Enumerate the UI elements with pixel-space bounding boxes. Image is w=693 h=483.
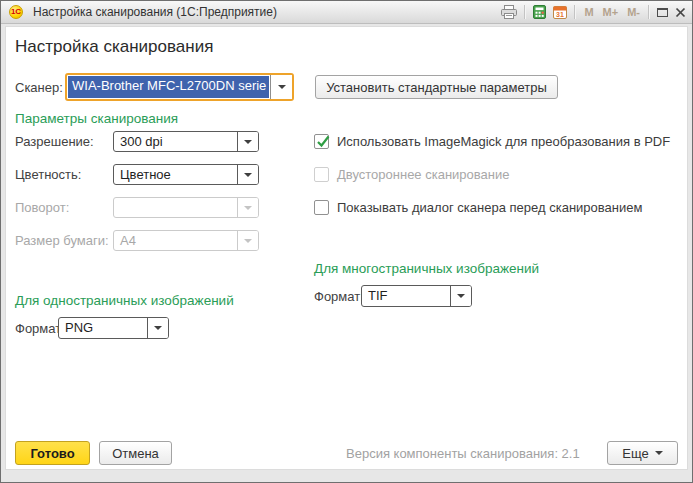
scan-params-header: Параметры сканирования	[15, 111, 178, 126]
checkbox-unchecked-icon[interactable]	[314, 200, 329, 215]
component-version-text: Версия компоненты сканирования: 2.1	[346, 446, 580, 461]
calendar-icon[interactable]: 31	[553, 5, 567, 19]
more-button[interactable]: Еще	[607, 441, 678, 465]
single-page-format-combobox[interactable]: PNG	[58, 317, 169, 339]
rotation-combobox	[113, 197, 259, 218]
memory-m-plus-button[interactable]: M+	[602, 6, 620, 18]
maximize-icon[interactable]	[657, 7, 668, 17]
calculator-icon[interactable]	[533, 5, 546, 19]
multi-page-header: Для многостраничных изображений	[314, 261, 539, 276]
color-mode-value[interactable]: Цветное	[114, 165, 237, 184]
scanner-label: Сканер:	[15, 80, 63, 95]
paper-size-value: A4	[114, 231, 237, 250]
cancel-button[interactable]: Отмена	[99, 441, 172, 465]
resolution-combobox[interactable]: 300 dpi	[113, 131, 259, 152]
color-mode-dropdown-arrow[interactable]	[237, 165, 258, 184]
paper-size-label: Размер бумаги:	[15, 233, 109, 248]
scanner-combobox[interactable]: WIA-Brother MFC-L2700DN serie	[65, 73, 294, 101]
multi-page-format-label: Формат:	[314, 289, 364, 304]
show-scanner-dialog-option[interactable]: Показывать диалог сканера перед сканиров…	[314, 200, 642, 215]
window-title: Настройка сканирования (1С:Предприятие)	[33, 5, 277, 19]
duplex-scan-option: Двустороннее сканирование	[314, 167, 509, 182]
checkbox-checked-icon[interactable]	[314, 134, 329, 149]
single-page-format-dropdown-arrow[interactable]	[147, 318, 168, 338]
paper-size-combobox: A4	[113, 230, 259, 251]
multi-page-format-combobox[interactable]: TIF	[361, 285, 472, 307]
1c-logo-icon: 1С	[9, 5, 23, 19]
more-button-label: Еще	[622, 446, 648, 461]
multi-page-format-dropdown-arrow[interactable]	[450, 286, 471, 306]
show-scanner-dialog-label[interactable]: Показывать диалог сканера перед сканиров…	[337, 200, 642, 215]
close-icon[interactable]	[675, 7, 686, 18]
scan-settings-window: 1С Настройка сканирования (1С:Предприяти…	[0, 0, 693, 483]
color-mode-label: Цветность:	[15, 167, 81, 182]
svg-text:31: 31	[556, 11, 564, 18]
single-page-header: Для одностраничных изображений	[15, 293, 234, 308]
rotation-label: Поворот:	[15, 200, 69, 215]
titlebar-separator	[648, 5, 650, 19]
chevron-down-icon	[655, 451, 663, 455]
use-imagemagick-label[interactable]: Использовать ImageMagick для преобразова…	[337, 134, 670, 149]
resolution-dropdown-arrow[interactable]	[237, 132, 258, 151]
single-page-format-value[interactable]: PNG	[59, 318, 147, 338]
scanner-value[interactable]: WIA-Brother MFC-L2700DN serie	[68, 76, 269, 98]
color-mode-combobox[interactable]: Цветное	[113, 164, 259, 185]
resolution-label: Разрешение:	[15, 134, 94, 149]
scanner-dropdown-arrow[interactable]	[270, 75, 292, 99]
set-defaults-button[interactable]: Установить стандартные параметры	[315, 75, 558, 99]
page-title: Настройка сканирования	[15, 37, 213, 57]
duplex-scan-label: Двустороннее сканирование	[337, 167, 509, 182]
paper-size-dropdown-arrow	[237, 231, 258, 250]
multi-page-format-value[interactable]: TIF	[362, 286, 450, 306]
titlebar: 1С Настройка сканирования (1С:Предприяти…	[1, 1, 692, 24]
titlebar-separator	[524, 5, 526, 19]
memory-m-minus-button[interactable]: M-	[626, 6, 641, 18]
use-imagemagick-option[interactable]: Использовать ImageMagick для преобразова…	[314, 134, 670, 149]
rotation-value	[114, 198, 237, 217]
done-button[interactable]: Готово	[15, 441, 90, 465]
resolution-value[interactable]: 300 dpi	[114, 132, 237, 151]
titlebar-separator	[574, 5, 576, 19]
dialog-body: Настройка сканирования Сканер: WIA-Broth…	[6, 27, 687, 469]
memory-m-button[interactable]: M	[583, 6, 594, 18]
print-icon[interactable]	[501, 5, 517, 19]
rotation-dropdown-arrow	[237, 198, 258, 217]
checkbox-disabled-icon	[314, 167, 329, 182]
